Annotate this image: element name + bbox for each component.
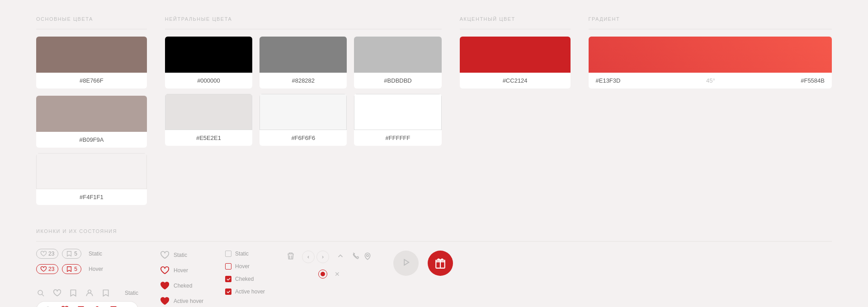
- label-cc2124: #CC2124: [460, 73, 571, 88]
- nav-section: Static: [36, 288, 138, 307]
- swatch-bdbdbd: [354, 37, 441, 73]
- checkbox-active-hover-row: Active hover: [225, 288, 265, 295]
- icons-section-title: ИКОНКИ И ИХ СОСТОЯНИЯ: [36, 228, 832, 234]
- color-card-cc2124: #CC2124: [460, 37, 571, 88]
- badge-counter-col: 23 5 Static 2: [36, 249, 138, 307]
- svg-point-6: [367, 255, 369, 257]
- swatch-f4f1f1: [36, 153, 147, 189]
- accent-color-title: АКЦЕНТНЫЙ ЦВЕТ: [460, 16, 571, 22]
- accent-divider: [460, 29, 571, 29]
- static-badge-row: 23 5 Static: [36, 249, 138, 259]
- checkbox-col: Static Hover Cheked: [225, 249, 265, 295]
- checkbox-hover-row: Hover: [225, 263, 265, 270]
- checkbox-static[interactable]: [225, 251, 231, 257]
- static-label: Static: [89, 251, 102, 257]
- hover-label: Hover: [89, 266, 103, 272]
- color-card-f6f6f6: #F6F6F6: [259, 94, 347, 146]
- label-f6f6f6: #F6F6F6: [259, 130, 347, 146]
- bookmark-badge-hover[interactable]: 5: [62, 264, 81, 274]
- search-nav-icon-active[interactable]: [44, 305, 53, 307]
- play-icon[interactable]: [401, 258, 410, 269]
- gradient-angle-label: 45°: [706, 77, 715, 84]
- gradient-title: ГРАДИЕНТ: [589, 16, 832, 22]
- main-colors-divider: [36, 29, 147, 29]
- heart-hover-row: Hover: [160, 266, 203, 275]
- neutral-colors-title: НЕЙТРАЛЬНЫЕ ЦВЕТА: [165, 16, 442, 22]
- bookmark-icon-static: [66, 251, 72, 257]
- nav-arrows: ‹ ›: [302, 251, 329, 263]
- heart-static-row: Static: [160, 251, 203, 260]
- neutral-colors-grid: #000000 #828282 #BDBDBD: [165, 37, 442, 88]
- label-828282: #828282: [259, 73, 347, 88]
- up-arrow-icon[interactable]: [336, 252, 344, 262]
- page-container: ОСНОВНЫЕ ЦВЕТА #8E766F #B09F9A #F4F1F1: [0, 0, 868, 307]
- avatar-circle: [393, 251, 419, 276]
- accent-color-grid: #CC2124: [460, 37, 571, 88]
- heart-checked-row: Cheked: [160, 281, 203, 290]
- checkbox-active-hover-label: Active hover: [235, 288, 265, 295]
- trash-icon[interactable]: [287, 252, 295, 262]
- gradient-divider: [589, 29, 832, 29]
- swatch-8e766f: [36, 37, 147, 73]
- controls-row2: ✕: [318, 270, 340, 279]
- left-arrow-btn[interactable]: ‹: [302, 251, 315, 263]
- heart-active-hover-label: Active hover: [174, 298, 203, 304]
- heart-nav-icon-active[interactable]: [60, 305, 69, 307]
- gradient-card: #E13F3D 45° #F5584B: [589, 37, 832, 88]
- heart-states-col: Static Hover: [160, 249, 203, 306]
- gradient-section: ГРАДИЕНТ #E13F3D 45° #F5584B: [589, 16, 832, 88]
- radio-btn-active[interactable]: [318, 270, 327, 279]
- avatar-gift-col: [393, 249, 453, 276]
- checkbox-active-hover[interactable]: [225, 288, 231, 295]
- heart-hover-label: Hover: [174, 267, 188, 274]
- bookmark-nav-icon-active[interactable]: [76, 305, 85, 307]
- accent-color-section: АКЦЕНТНЫЙ ЦВЕТ #CC2124: [460, 16, 571, 88]
- right-arrow-btn[interactable]: ›: [316, 251, 329, 263]
- search-nav-icon[interactable]: [36, 288, 45, 298]
- heart-checked-icon: [160, 281, 169, 290]
- heart-static-label: Static: [174, 252, 187, 258]
- bookmark-badge-static[interactable]: 5: [62, 249, 81, 259]
- label-8e766f: #8E766F: [36, 73, 147, 88]
- main-colors-section: ОСНОВНЫЕ ЦВЕТА #8E766F #B09F9A #F4F1F1: [36, 16, 147, 212]
- bookmark-badge-count: 5: [74, 251, 77, 257]
- gift-button[interactable]: [428, 251, 453, 276]
- gradient-swatch: [589, 37, 832, 73]
- color-card-828282: #828282: [259, 37, 347, 88]
- heart-nav-icon[interactable]: [52, 288, 61, 298]
- checkbox-hover[interactable]: [225, 263, 231, 270]
- swatch-e5e2e1: [165, 94, 252, 130]
- cart-nav-icon-active[interactable]: [109, 305, 118, 307]
- nav-bar-hover-container: Hover: [36, 301, 138, 307]
- hover-badge-row: 23 5 Hover: [36, 264, 138, 274]
- svg-line-1: [42, 294, 44, 296]
- color-card-000000: #000000: [165, 37, 252, 88]
- checkbox-checked[interactable]: [225, 276, 231, 282]
- color-card-e5e2e1: #E5E2E1: [165, 94, 252, 146]
- nav-static-label: Static: [125, 290, 138, 296]
- icons-row: 23 5 Static 2: [36, 249, 832, 307]
- close-x-icon[interactable]: ✕: [335, 270, 340, 278]
- gradient-to-label: #F5584B: [801, 77, 825, 84]
- color-card-b09f9a: #B09F9A: [36, 96, 147, 148]
- swatch-f6f6f6: [259, 94, 347, 130]
- heart-badge-static[interactable]: 23: [36, 249, 58, 259]
- cart-nav-icon[interactable]: [101, 288, 110, 298]
- user-nav-icon-active[interactable]: [93, 305, 102, 307]
- heart-active-hover-row: Active hover: [160, 297, 203, 306]
- swatch-000000: [165, 37, 252, 73]
- bookmark-nav-icon[interactable]: [69, 288, 78, 298]
- phone-icons: [352, 252, 372, 262]
- phone-icon[interactable]: [352, 252, 360, 262]
- label-ffffff: #FFFFFF: [354, 130, 441, 146]
- user-nav-icon[interactable]: [85, 288, 94, 298]
- location-icon[interactable]: [363, 252, 372, 262]
- bookmark-badge-count-hover: 5: [74, 266, 77, 272]
- label-000000: #000000: [165, 73, 252, 88]
- heart-badge-hover[interactable]: 23: [36, 264, 58, 274]
- heart-icon-static: [40, 251, 47, 257]
- swatch-ffffff: [354, 94, 441, 130]
- main-colors-title: ОСНОВНЫЕ ЦВЕТА: [36, 16, 147, 22]
- gradient-from-label: #E13F3D: [596, 77, 621, 84]
- main-colors-grid: #8E766F #B09F9A: [36, 37, 147, 148]
